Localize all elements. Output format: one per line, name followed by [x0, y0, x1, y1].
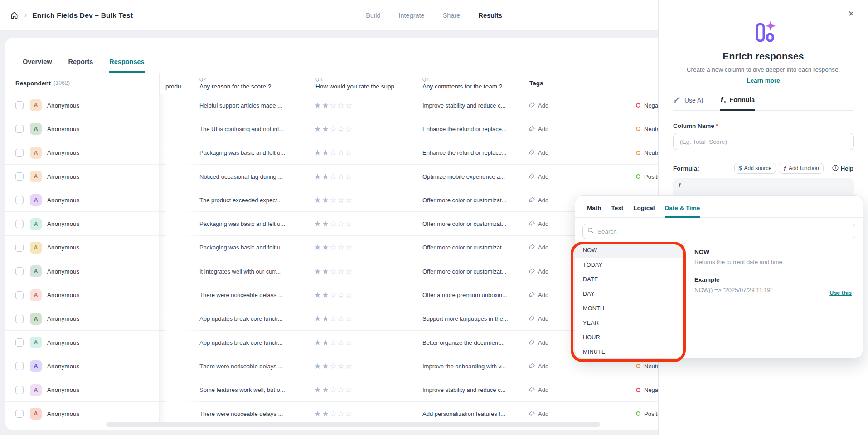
respondent-column-header[interactable]: Respondent (1062)	[5, 73, 160, 93]
example-code: NOW() => "2025/07/29 11:19"	[694, 287, 852, 293]
nav-item-results[interactable]: Results	[478, 12, 502, 19]
add-source-button[interactable]: $ Add source	[734, 163, 776, 174]
respondent-name: Anonymous	[47, 268, 79, 275]
row-checkbox[interactable]	[15, 220, 24, 228]
row-checkbox[interactable]	[15, 196, 24, 204]
add-tag-button[interactable]: Add	[529, 244, 548, 251]
add-tag-button[interactable]: Add	[529, 339, 548, 347]
tab-formula[interactable]: ƒx Formula	[720, 95, 755, 111]
tags-column-header[interactable]: Tags	[524, 73, 630, 93]
q1-column-header[interactable]: produ...	[160, 73, 194, 93]
tab-logical[interactable]: Logical	[633, 205, 655, 217]
function-item-today[interactable]: TODAY	[575, 258, 685, 272]
add-tag-button[interactable]: Add	[529, 291, 548, 299]
add-tag-button[interactable]: Add	[529, 315, 548, 323]
learn-more-link[interactable]: Learn more	[659, 77, 868, 84]
tab-text[interactable]: Text	[611, 205, 624, 217]
add-tag-label: Add	[538, 173, 548, 180]
tag-icon	[529, 220, 535, 228]
add-tag-button[interactable]: Add	[529, 410, 548, 418]
row-checkbox[interactable]	[15, 267, 24, 275]
star-icon: ☆	[330, 386, 338, 394]
q2-answer: There were noticeable delays ...	[194, 292, 310, 298]
tag-icon	[529, 315, 535, 323]
row-checkbox[interactable]	[15, 362, 24, 370]
q3-star-rating: ★★☆☆☆	[310, 409, 417, 419]
star-icon: ★	[322, 362, 330, 371]
search-input[interactable]	[597, 228, 850, 235]
nav-item-integrate[interactable]: Integrate	[398, 12, 424, 19]
nav-item-build[interactable]: Build	[366, 12, 380, 19]
tag-icon	[529, 386, 535, 394]
q4-answer: Improve stability and reduce c...	[417, 102, 524, 109]
function-item-minute[interactable]: MINUTE	[575, 345, 685, 358]
add-tag-button[interactable]: Add	[529, 386, 548, 394]
tab-responses[interactable]: Responses	[109, 58, 144, 73]
q4-answer: Optimize mobile experience a...	[417, 173, 524, 180]
add-tag-label: Add	[538, 315, 548, 322]
row-checkbox[interactable]	[15, 386, 24, 394]
add-tag-label: Add	[538, 363, 548, 370]
star-icon: ☆	[345, 243, 353, 252]
row-checkbox[interactable]	[15, 291, 24, 299]
q2-column-header[interactable]: Q2. Any reason for the score ?	[194, 73, 310, 93]
use-this-link[interactable]: Use this	[829, 290, 852, 296]
row-checkbox[interactable]	[15, 410, 24, 418]
close-icon[interactable]: ✕	[848, 9, 854, 19]
row-checkbox[interactable]	[15, 338, 24, 347]
function-search[interactable]	[582, 224, 855, 239]
tab-date-time[interactable]: Date & Time	[665, 205, 700, 218]
add-tag-button[interactable]: Add	[529, 196, 548, 204]
q4-column-header[interactable]: Q4. Any comments for the team ?	[417, 73, 524, 93]
star-icon: ★	[314, 314, 322, 323]
tab-overview[interactable]: Overview	[23, 58, 52, 73]
row-checkbox[interactable]	[15, 172, 24, 181]
column-name-input[interactable]	[673, 133, 854, 150]
add-tag-button[interactable]: Add	[529, 149, 548, 156]
q3-star-rating: ★★☆☆☆	[310, 338, 417, 347]
help-button[interactable]: Help	[832, 165, 853, 172]
star-icon: ☆	[330, 267, 338, 276]
add-tag-button[interactable]: Add	[529, 125, 548, 133]
tag-icon	[529, 125, 535, 133]
star-icon: ☆	[330, 148, 338, 157]
add-tag-button[interactable]: Add	[529, 268, 548, 275]
tab-math[interactable]: Math	[587, 205, 601, 217]
tab-reports[interactable]: Reports	[68, 58, 93, 73]
add-tag-button[interactable]: Add	[529, 102, 548, 109]
q4-answer: Offer more color or customizat...	[417, 268, 524, 275]
tab-use-ai[interactable]: Use AI	[673, 95, 703, 110]
q3-column-header[interactable]: Q3. How would you rate the supp...	[310, 73, 417, 93]
star-icon: ★	[322, 410, 330, 418]
add-tag-button[interactable]: Add	[529, 362, 548, 370]
function-item-year[interactable]: YEAR	[575, 316, 685, 330]
star-icon: ★	[314, 410, 322, 418]
nav-item-share[interactable]: Share	[443, 12, 461, 19]
function-item-hour[interactable]: HOUR	[575, 330, 685, 345]
add-function-button[interactable]: ƒ Add function	[779, 163, 824, 174]
add-tag-label: Add	[538, 411, 548, 417]
search-icon	[587, 227, 594, 235]
q4-answer: Improve stability and reduce c...	[417, 386, 524, 393]
toolbar-divider	[828, 165, 828, 172]
star-icon: ☆	[330, 338, 338, 347]
respondent-name: Anonymous	[47, 197, 79, 204]
q4-answer: Enhance the refund or replace...	[417, 149, 524, 156]
row-checkbox[interactable]	[15, 315, 24, 323]
row-checkbox[interactable]	[15, 149, 24, 157]
add-tag-button[interactable]: Add	[529, 220, 548, 228]
row-checkbox[interactable]	[15, 125, 24, 133]
home-icon[interactable]	[8, 10, 20, 21]
function-item-day[interactable]: DAY	[575, 287, 685, 301]
star-icon: ★	[322, 314, 330, 323]
tag-icon	[529, 196, 535, 204]
function-item-date[interactable]: DATE	[575, 272, 685, 287]
function-item-month[interactable]: MONTH	[575, 301, 685, 316]
function-item-now[interactable]: NOW	[575, 243, 685, 258]
enrich-icon	[751, 20, 776, 45]
row-checkbox[interactable]	[15, 244, 24, 252]
star-icon: ★	[314, 386, 322, 394]
horizontal-scrollbar-thumb[interactable]	[106, 422, 600, 427]
add-tag-button[interactable]: Add	[529, 173, 548, 181]
row-checkbox[interactable]	[15, 101, 24, 109]
